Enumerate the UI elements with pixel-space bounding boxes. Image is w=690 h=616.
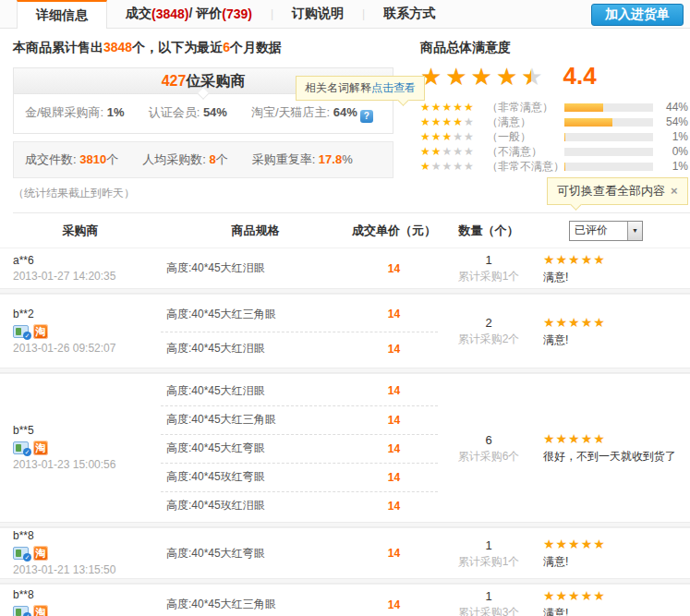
spec-price-cell: 高度:40*45大红泪眼14高度:40*45大红三角眼14高度:40*45大红弯… [161, 377, 438, 520]
review-cell: ★★★★★很好，不到一天就收到货了 [539, 431, 690, 465]
unit-price: 14 [350, 308, 438, 320]
spec-line: 高度:40*45大红三角眼14 [161, 587, 438, 616]
column-header-spec: 商品规格 [161, 223, 350, 239]
tab-deals-reviews[interactable]: 成交(3848) / 评价(739) [107, 0, 271, 28]
reviews-count: (739) [222, 6, 252, 21]
months-count: 6 [223, 40, 230, 54]
star-icon: ★ [420, 160, 431, 173]
review-text: 满意! [543, 270, 690, 285]
tab-detail-info[interactable]: 详细信息 [17, 0, 107, 29]
realname-verified-icon [13, 547, 29, 560]
cumulative-purchases: 累计采购2个 [438, 332, 539, 347]
star-icon: ★ [453, 115, 464, 128]
spec-name: 高度:40*45玫红弯眼 [161, 469, 350, 485]
unit-price: 14 [350, 442, 438, 455]
satisfaction-title: 商品总体满意度 [420, 38, 688, 56]
satisfaction-percent: 0% [662, 145, 688, 158]
taobao-icon: 淘 [33, 324, 48, 339]
table-row: a**62013-01-27 14:20:35高度:40*45大红泪眼141累计… [0, 248, 690, 288]
satisfaction-percent: 54% [662, 115, 688, 128]
quantity-value: 1 [438, 252, 539, 269]
star-icon: ★ [464, 130, 475, 143]
spec-line: 高度:40*45大红泪眼14 [161, 251, 438, 285]
spec-line: 高度:40*45玫红弯眼14 [161, 463, 438, 491]
satisfaction-row: ★★★★★（非常满意）44% [420, 100, 688, 115]
quantity-value: 2 [438, 315, 539, 332]
close-icon[interactable]: × [671, 184, 678, 198]
review-cell: ★★★★★满意! [539, 252, 690, 285]
star-icon: ★ [442, 130, 454, 143]
quantity-cell: 1累计采购1个 [438, 252, 539, 284]
star-icon: ★ [464, 115, 475, 128]
buyer-icons: 淘 [13, 439, 161, 457]
unit-price: 14 [350, 262, 438, 275]
star-icon: ★ [431, 145, 442, 158]
quantity-value: 1 [438, 588, 539, 605]
chevron-down-icon[interactable]: ▼ [627, 222, 642, 240]
stat-taobao-shopkeepers: 淘宝/天猫店主: 64%? [251, 104, 373, 123]
satisfaction-percent: 1% [662, 130, 688, 143]
summary-text: 个月数据 [230, 40, 282, 54]
terms-tooltip-text: 相关名词解释 [305, 81, 371, 94]
buyer-cell: b**2淘2013-01-26 09:52:07 [0, 307, 161, 356]
buyer-count: 427 [162, 73, 187, 89]
table-header-row: 采购商 商品规格 成交单价（元） 数量（个） 已评价 ▼ [0, 213, 690, 248]
transaction-date: 2013-01-27 14:20:35 [13, 269, 161, 284]
satisfaction-label: （非常满意） [487, 100, 564, 115]
tab-bar: 详细信息 成交(3848) / 评价(739) | 订购说明 | 联系方式 加入… [0, 0, 690, 29]
terms-tooltip: 相关名词解释点击查看 [296, 76, 425, 101]
star-icon: ★ [431, 101, 442, 114]
satisfaction-bar-fill [564, 103, 603, 112]
satisfaction-percent: 44% [662, 101, 688, 114]
terms-tooltip-link[interactable]: 点击查看 [371, 81, 416, 94]
star-icon: ★ [431, 130, 442, 143]
transaction-date: 2013-01-21 13:15:50 [13, 562, 161, 578]
satisfaction-bar [564, 103, 653, 112]
reviews-label: / 评价 [188, 6, 222, 22]
spec-name: 高度:40*45大红三角眼 [161, 412, 350, 428]
tab-contact[interactable]: 联系方式 [365, 0, 454, 28]
review-star-rating: ★★★★★ [543, 252, 690, 267]
star-icon: ★ [442, 101, 454, 114]
taobao-icon: 淘 [33, 605, 48, 616]
unit-price: 14 [350, 471, 438, 484]
review-cell: ★★★★★满意! [539, 588, 690, 616]
tab-order-info[interactable]: 订购说明 [273, 0, 362, 28]
review-star-rating: ★★★★★ [543, 588, 690, 603]
spec-name: 高度:40*45大红泪眼 [161, 383, 350, 399]
add-to-cart-button[interactable]: 加入进货单 [591, 4, 684, 26]
satisfaction-bar-fill [564, 163, 565, 171]
stat-gold-silver-buyers: 金/银牌采购商: 1% [25, 104, 125, 123]
satisfaction-bar [564, 148, 653, 156]
quantity-cell: 1累计采购3个 [438, 588, 539, 616]
unit-price: 14 [350, 343, 438, 356]
satisfaction-rows: ★★★★★（非常满意）44%★★★★★（满意）54%★★★★★（一般）1%★★★… [420, 100, 688, 174]
column-header-review: 已评价 ▼ [539, 221, 690, 241]
unit-price: 14 [350, 598, 438, 611]
review-cell: ★★★★★满意! [539, 537, 690, 570]
spec-line: 高度:40*45玫红泪眼14 [161, 491, 438, 520]
review-text: 满意! [543, 606, 690, 616]
stat-repeat-rate: 采购重复率: 17.8% [252, 151, 353, 168]
realname-verified-icon [13, 606, 29, 616]
toggle-tooltip: 可切换查看全部内容× [547, 177, 688, 205]
star-icon: ★ [442, 115, 454, 128]
table-row: b**8淘2013-01-21 13:15:50高度:40*45大红弯眼141累… [0, 527, 690, 578]
taobao-icon: 淘 [33, 441, 48, 455]
spec-price-cell: 高度:40*45大红三角眼14 [161, 587, 438, 616]
buyer-name: b**5 [13, 423, 161, 439]
buyer-cell: b**8淘2013-01-21 13:15:50 [0, 528, 161, 578]
spec-name: 高度:40*45玫红泪眼 [161, 498, 350, 513]
buyer-cell: b**5淘2013-01-23 15:00:56 [0, 423, 161, 473]
star-icon: ★ [453, 130, 464, 143]
satisfaction-panel: 商品总体满意度 ★★★★★★★★★★ 4.4 ★★★★★（非常满意）44%★★★… [420, 38, 688, 174]
help-icon[interactable]: ? [360, 110, 373, 123]
spec-line: 高度:40*45大红泪眼14 [161, 332, 438, 366]
quantity-value: 1 [438, 537, 539, 554]
unit-price: 14 [350, 547, 438, 560]
review-filter-select[interactable]: 已评价 ▼ [569, 221, 643, 241]
star-rating-icons: ★★★★★ [420, 146, 487, 157]
spec-line: 高度:40*45大红弯眼14 [161, 434, 438, 463]
transaction-date: 2013-01-26 09:52:07 [13, 341, 161, 356]
satisfaction-bar [564, 133, 653, 141]
